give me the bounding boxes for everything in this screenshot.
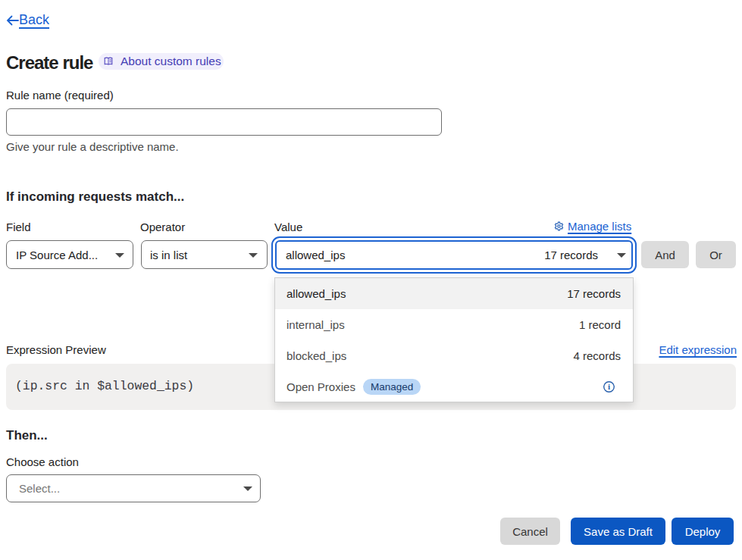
svg-text:i: i	[608, 382, 610, 391]
